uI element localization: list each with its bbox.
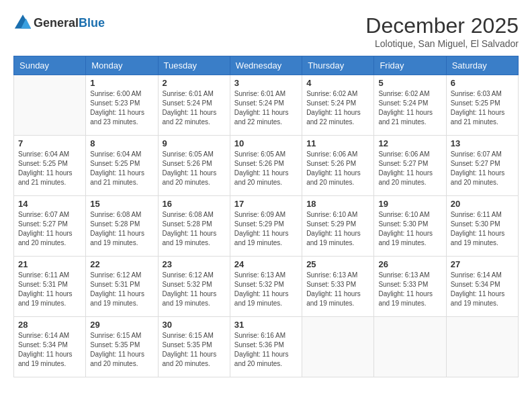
table-row: 18 Sunrise: 6:10 AMSunset: 5:29 PMDaylig… <box>302 196 374 257</box>
day-info: Sunrise: 6:15 AMSunset: 5:35 PMDaylight:… <box>163 331 226 369</box>
day-number: 23 <box>163 259 226 269</box>
day-number: 30 <box>163 320 226 330</box>
logo-text: GeneralBlue <box>34 16 105 30</box>
table-row: 30 Sunrise: 6:15 AMSunset: 5:35 PMDaylig… <box>158 317 230 377</box>
header-wednesday: Wednesday <box>230 56 302 75</box>
location: Lolotique, San Miguel, El Salvador <box>365 38 519 49</box>
table-row <box>14 75 86 136</box>
table-row: 24 Sunrise: 6:13 AMSunset: 5:32 PMDaylig… <box>230 257 302 317</box>
calendar-week-row: 21 Sunrise: 6:11 AMSunset: 5:31 PMDaylig… <box>14 257 519 317</box>
table-row: 13 Sunrise: 6:07 AMSunset: 5:27 PMDaylig… <box>446 136 518 196</box>
day-info: Sunrise: 6:12 AMSunset: 5:31 PMDaylight:… <box>90 271 153 308</box>
day-info: Sunrise: 6:00 AMSunset: 5:23 PMDaylight:… <box>90 89 153 127</box>
day-info: Sunrise: 6:05 AMSunset: 5:26 PMDaylight:… <box>163 150 226 187</box>
table-row: 23 Sunrise: 6:12 AMSunset: 5:32 PMDaylig… <box>158 257 230 317</box>
day-info: Sunrise: 6:08 AMSunset: 5:28 PMDaylight:… <box>163 210 226 248</box>
table-row: 14 Sunrise: 6:07 AMSunset: 5:27 PMDaylig… <box>14 196 86 257</box>
day-info: Sunrise: 6:06 AMSunset: 5:27 PMDaylight:… <box>378 150 441 187</box>
day-info: Sunrise: 6:14 AMSunset: 5:34 PMDaylight:… <box>18 331 81 369</box>
day-number: 1 <box>90 78 153 88</box>
table-row: 17 Sunrise: 6:09 AMSunset: 5:29 PMDaylig… <box>230 196 302 257</box>
day-info: Sunrise: 6:03 AMSunset: 5:25 PMDaylight:… <box>451 89 514 127</box>
day-info: Sunrise: 6:05 AMSunset: 5:26 PMDaylight:… <box>234 150 298 187</box>
table-row: 1 Sunrise: 6:00 AMSunset: 5:23 PMDayligh… <box>86 75 158 136</box>
table-row: 11 Sunrise: 6:06 AMSunset: 5:26 PMDaylig… <box>302 136 374 196</box>
calendar-week-row: 7 Sunrise: 6:04 AMSunset: 5:25 PMDayligh… <box>14 136 519 196</box>
day-info: Sunrise: 6:09 AMSunset: 5:29 PMDaylight:… <box>234 210 298 248</box>
day-number: 4 <box>306 78 369 88</box>
title-section: December 2025 Lolotique, San Miguel, El … <box>365 13 519 49</box>
table-row: 5 Sunrise: 6:02 AMSunset: 5:24 PMDayligh… <box>374 75 446 136</box>
day-number: 17 <box>234 199 298 209</box>
table-row: 16 Sunrise: 6:08 AMSunset: 5:28 PMDaylig… <box>158 196 230 257</box>
day-info: Sunrise: 6:02 AMSunset: 5:24 PMDaylight:… <box>378 89 441 127</box>
header-tuesday: Tuesday <box>158 56 230 75</box>
logo-general: General <box>34 16 79 30</box>
day-info: Sunrise: 6:07 AMSunset: 5:27 PMDaylight:… <box>18 210 81 248</box>
day-number: 7 <box>18 138 81 148</box>
day-number: 3 <box>234 78 298 88</box>
day-number: 22 <box>90 259 153 269</box>
month-year: December 2025 <box>365 13 519 38</box>
day-info: Sunrise: 6:07 AMSunset: 5:27 PMDaylight:… <box>451 150 514 187</box>
table-row: 8 Sunrise: 6:04 AMSunset: 5:25 PMDayligh… <box>86 136 158 196</box>
day-number: 15 <box>90 199 153 209</box>
day-number: 26 <box>378 259 441 269</box>
table-row: 12 Sunrise: 6:06 AMSunset: 5:27 PMDaylig… <box>374 136 446 196</box>
table-row: 2 Sunrise: 6:01 AMSunset: 5:24 PMDayligh… <box>158 75 230 136</box>
logo-blue: Blue <box>79 16 105 30</box>
day-number: 28 <box>18 320 81 330</box>
table-row: 26 Sunrise: 6:13 AMSunset: 5:33 PMDaylig… <box>374 257 446 317</box>
day-info: Sunrise: 6:12 AMSunset: 5:32 PMDaylight:… <box>163 271 226 308</box>
table-row: 29 Sunrise: 6:15 AMSunset: 5:35 PMDaylig… <box>86 317 158 377</box>
table-row <box>446 317 518 377</box>
day-number: 25 <box>306 259 369 269</box>
day-info: Sunrise: 6:10 AMSunset: 5:30 PMDaylight:… <box>378 210 441 248</box>
table-row: 28 Sunrise: 6:14 AMSunset: 5:34 PMDaylig… <box>14 317 86 377</box>
table-row: 6 Sunrise: 6:03 AMSunset: 5:25 PMDayligh… <box>446 75 518 136</box>
day-number: 10 <box>234 138 298 148</box>
day-number: 8 <box>90 138 153 148</box>
day-number: 24 <box>234 259 298 269</box>
day-info: Sunrise: 6:10 AMSunset: 5:29 PMDaylight:… <box>306 210 369 248</box>
day-number: 31 <box>234 320 298 330</box>
table-row: 7 Sunrise: 6:04 AMSunset: 5:25 PMDayligh… <box>14 136 86 196</box>
table-row: 15 Sunrise: 6:08 AMSunset: 5:28 PMDaylig… <box>86 196 158 257</box>
table-row: 19 Sunrise: 6:10 AMSunset: 5:30 PMDaylig… <box>374 196 446 257</box>
header-thursday: Thursday <box>302 56 374 75</box>
day-info: Sunrise: 6:06 AMSunset: 5:26 PMDaylight:… <box>306 150 369 187</box>
table-row: 10 Sunrise: 6:05 AMSunset: 5:26 PMDaylig… <box>230 136 302 196</box>
table-row: 3 Sunrise: 6:01 AMSunset: 5:24 PMDayligh… <box>230 75 302 136</box>
table-row: 22 Sunrise: 6:12 AMSunset: 5:31 PMDaylig… <box>86 257 158 317</box>
calendar-header-row: Sunday Monday Tuesday Wednesday Thursday… <box>14 56 519 75</box>
day-number: 9 <box>163 138 226 148</box>
day-info: Sunrise: 6:11 AMSunset: 5:31 PMDaylight:… <box>18 271 81 308</box>
day-info: Sunrise: 6:04 AMSunset: 5:25 PMDaylight:… <box>90 150 153 187</box>
table-row <box>374 317 446 377</box>
day-info: Sunrise: 6:13 AMSunset: 5:33 PMDaylight:… <box>306 271 369 308</box>
day-info: Sunrise: 6:08 AMSunset: 5:28 PMDaylight:… <box>90 210 153 248</box>
day-info: Sunrise: 6:15 AMSunset: 5:35 PMDaylight:… <box>90 331 153 369</box>
day-info: Sunrise: 6:13 AMSunset: 5:33 PMDaylight:… <box>378 271 441 308</box>
day-number: 5 <box>378 78 441 88</box>
table-row: 9 Sunrise: 6:05 AMSunset: 5:26 PMDayligh… <box>158 136 230 196</box>
day-info: Sunrise: 6:01 AMSunset: 5:24 PMDaylight:… <box>163 89 226 127</box>
day-number: 14 <box>18 199 81 209</box>
day-number: 13 <box>451 138 514 148</box>
table-row: 27 Sunrise: 6:14 AMSunset: 5:34 PMDaylig… <box>446 257 518 317</box>
calendar-week-row: 14 Sunrise: 6:07 AMSunset: 5:27 PMDaylig… <box>14 196 519 257</box>
day-info: Sunrise: 6:13 AMSunset: 5:32 PMDaylight:… <box>234 271 298 308</box>
day-number: 19 <box>378 199 441 209</box>
day-info: Sunrise: 6:02 AMSunset: 5:24 PMDaylight:… <box>306 89 369 127</box>
calendar-week-row: 28 Sunrise: 6:14 AMSunset: 5:34 PMDaylig… <box>14 317 519 377</box>
header-saturday: Saturday <box>446 56 518 75</box>
header-monday: Monday <box>86 56 158 75</box>
day-info: Sunrise: 6:14 AMSunset: 5:34 PMDaylight:… <box>451 271 514 308</box>
logo: GeneralBlue <box>13 13 105 32</box>
page-header: GeneralBlue December 2025 Lolotique, San… <box>13 13 519 49</box>
header-sunday: Sunday <box>14 56 86 75</box>
day-number: 2 <box>163 78 226 88</box>
day-number: 27 <box>451 259 514 269</box>
day-info: Sunrise: 6:04 AMSunset: 5:25 PMDaylight:… <box>18 150 81 187</box>
day-number: 29 <box>90 320 153 330</box>
